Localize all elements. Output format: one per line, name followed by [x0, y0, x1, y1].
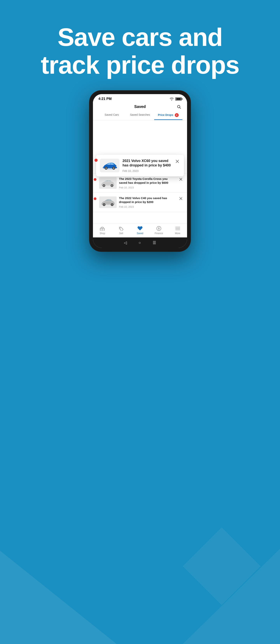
tabs-bar: Saved Cars Saved Searches Price Drops 4 [98, 111, 182, 120]
item-date-2: Feb 10, 2023 [119, 205, 176, 208]
hero-section: Save cars and track price drops [0, 0, 280, 90]
phone-mockup: 4:21 PM Saved [0, 90, 280, 271]
popup-title: 2021 Volvo XC60 you saved has dropped in… [122, 159, 172, 168]
android-back-button[interactable]: ◁ [124, 240, 127, 245]
android-recents-button[interactable]: ☰ [153, 240, 156, 245]
shop-icon [100, 226, 105, 231]
popup-date: Feb 10, 2023 [122, 169, 172, 172]
close-icon [176, 160, 179, 163]
unread-dot-1 [94, 178, 96, 181]
empty-space [93, 212, 187, 224]
svg-line-1 [180, 108, 181, 108]
car-image-svg-2 [99, 196, 117, 208]
app-title: Saved [134, 104, 146, 109]
wifi-icon [170, 98, 174, 100]
price-drops-list: has dropped in price by $250 Feb 10, 202… [93, 120, 187, 238]
status-icons [170, 98, 182, 100]
status-bar: 4:21 PM [93, 94, 187, 102]
nav-item-finance[interactable]: $ Finance [153, 226, 165, 235]
item-title-2: The 2022 Volvo C40 you saved has dropped… [119, 196, 176, 204]
search-button[interactable] [176, 103, 182, 110]
nav-item-saved[interactable]: Saved [134, 226, 146, 235]
saved-icon-svg [138, 226, 142, 231]
svg-point-19 [103, 185, 104, 186]
close-icon [179, 178, 182, 181]
popup-unread-dot [94, 159, 98, 162]
nav-label-shop: Shop [100, 232, 105, 235]
hero-title: Save cars and track price drops [16, 23, 264, 79]
item-text-1: The 2023 Toyota Corolla Cross you saved … [117, 177, 178, 189]
item-close-button-2[interactable] [178, 196, 183, 201]
popup-message-text: 2021 Volvo XC60 you saved has dropped in… [122, 159, 172, 172]
android-nav-bar: ◁ ○ ☰ [93, 238, 187, 248]
svg-point-7 [113, 168, 114, 169]
nav-item-shop[interactable]: Shop [96, 226, 108, 235]
bottom-nav: Shop Sell [93, 224, 187, 238]
price-drop-item-1[interactable]: The 2023 Toyota Corolla Cross you saved … [93, 174, 187, 193]
item-title-1: The 2023 Toyota Corolla Cross you saved … [119, 177, 176, 185]
shop-icon-svg [100, 226, 105, 230]
more-icon-svg [175, 226, 180, 230]
item-close-button-1[interactable] [178, 177, 183, 182]
phone-screen: 4:21 PM Saved [93, 94, 187, 248]
price-drop-item-2[interactable]: The 2022 Volvo C40 you saved has dropped… [93, 193, 187, 212]
more-icon [175, 226, 180, 231]
nav-label-saved: Saved [137, 232, 143, 235]
car-image-2 [99, 196, 117, 208]
svg-point-28 [112, 204, 113, 205]
saved-icon [137, 226, 143, 231]
nav-label-finance: Finance [154, 232, 163, 235]
finance-icon: $ [156, 226, 162, 231]
nav-item-sell[interactable]: Sell [115, 226, 127, 235]
popup-overlay: 2021 Volvo XC60 you saved has dropped in… [93, 155, 187, 176]
unread-dot-2 [94, 197, 96, 200]
search-icon [177, 104, 181, 109]
tab-saved-searches[interactable]: Saved Searches [126, 111, 154, 120]
popup-card: 2021 Volvo XC60 you saved has dropped in… [96, 155, 184, 176]
status-time: 4:21 PM [98, 97, 112, 101]
battery-fill [176, 98, 181, 100]
close-icon [179, 197, 182, 200]
nav-item-more[interactable]: More [172, 226, 184, 235]
tab-saved-cars[interactable]: Saved Cars [98, 111, 126, 120]
item-date-1: Feb 10, 2023 [119, 186, 176, 189]
svg-text:$: $ [158, 227, 160, 230]
app-header-top: Saved [98, 104, 182, 111]
svg-point-5 [106, 168, 107, 169]
popup-car-image [100, 159, 120, 172]
android-home-button[interactable]: ○ [138, 240, 141, 245]
phone-outer: 4:21 PM Saved [90, 90, 190, 252]
price-drops-badge: 4 [175, 113, 179, 117]
tab-price-drops[interactable]: Price Drops 4 [154, 111, 182, 120]
sell-icon-svg [118, 226, 124, 230]
svg-point-34 [120, 228, 120, 228]
svg-point-26 [104, 204, 105, 205]
bg-shape-1 [0, 488, 117, 644]
car-image-svg-1 [99, 177, 117, 189]
nav-label-sell: Sell [119, 232, 123, 235]
nav-label-more: More [175, 232, 180, 235]
content-wrapper: 2021 Volvo XC60 you saved has dropped in… [93, 120, 187, 238]
sell-icon [118, 226, 124, 231]
finance-icon-svg: $ [156, 226, 162, 231]
item-text-2: The 2022 Volvo C40 you saved has dropped… [117, 196, 178, 208]
svg-point-21 [111, 185, 112, 186]
popup-close-button[interactable] [174, 159, 180, 164]
car-image-1 [99, 177, 117, 189]
battery-icon [176, 98, 182, 100]
volvo-xc60-image [100, 160, 120, 172]
app-header: Saved Saved Cars Saved Searches [93, 102, 187, 120]
